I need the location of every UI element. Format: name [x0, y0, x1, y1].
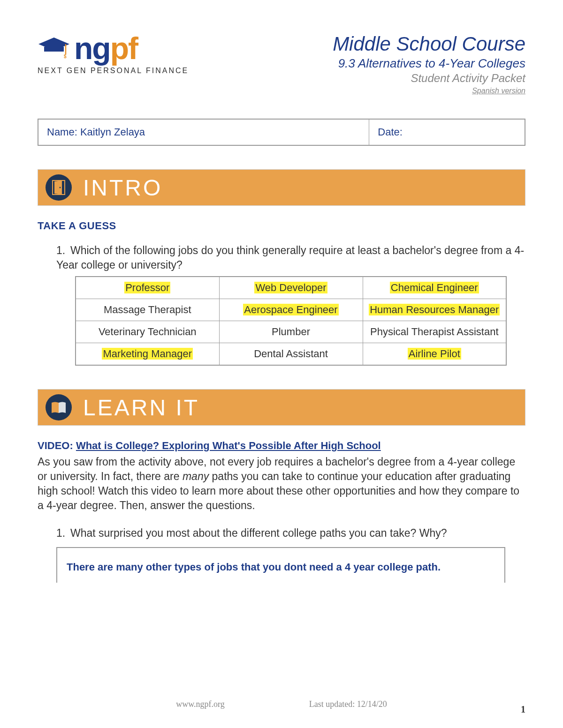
footer: www.ngpf.org Last updated: 12/14/20: [0, 699, 563, 709]
job-cell[interactable]: Massage Therapist: [76, 299, 219, 321]
video-link[interactable]: What is College? Exploring What's Possib…: [76, 440, 381, 451]
job-cell[interactable]: Human Resources Manager: [363, 299, 506, 321]
jobs-table: ProfessorWeb DeveloperChemical EngineerM…: [75, 276, 507, 366]
job-cell[interactable]: Web Developer: [219, 277, 363, 299]
svg-rect-1: [44, 47, 64, 52]
door-icon: [46, 174, 72, 201]
q-text: Which of the following jobs do you think…: [56, 244, 524, 271]
name-date-table: Name: Kaitlyn Zelaya Date:: [38, 119, 525, 146]
job-cell[interactable]: Veterinary Technician: [76, 321, 219, 343]
learn-it-title: LEARN IT: [83, 395, 199, 420]
q-text: What surprised you most about the differ…: [70, 527, 447, 539]
job-cell[interactable]: Physical Therapist Assistant: [363, 321, 506, 343]
q-number: 1.: [56, 243, 70, 258]
name-cell[interactable]: Name: Kaitlyn Zelaya: [38, 119, 369, 145]
document-header: $ ngpf NEXT GEN PERSONAL FINANCE Middle …: [38, 33, 525, 95]
svg-text:$: $: [64, 54, 67, 59]
job-cell[interactable]: Aerospace Engineer: [219, 299, 363, 321]
name-label: Name:: [47, 126, 80, 138]
name-value: Kaitlyn Zelaya: [80, 126, 145, 138]
learn-question-1: 1.What surprised you most about the diff…: [56, 526, 525, 540]
job-cell[interactable]: Professor: [76, 277, 219, 299]
intro-banner: INTRO: [38, 169, 525, 206]
take-a-guess-heading: TAKE A GUESS: [38, 220, 525, 232]
job-cell[interactable]: Dental Assistant: [219, 343, 363, 366]
svg-point-6: [60, 187, 61, 188]
title-block: Middle School Course 9.3 Alternatives to…: [333, 33, 525, 95]
course-title: Middle School Course: [333, 33, 525, 55]
date-cell[interactable]: Date:: [369, 119, 525, 145]
footer-updated: Last updated: 12/14/20: [309, 699, 387, 709]
page-number: 1: [521, 704, 525, 715]
course-topic: 9.3 Alternatives to 4-Year Colleges: [333, 56, 525, 71]
logo-tagline: NEXT GEN PERSONAL FINANCE: [38, 67, 189, 75]
learn-it-banner: LEARN IT: [38, 389, 525, 426]
job-cell[interactable]: Plumber: [219, 321, 363, 343]
packet-label: Student Activity Packet: [333, 72, 525, 85]
video-heading: VIDEO: What is College? Exploring What's…: [38, 440, 525, 452]
job-cell[interactable]: Airline Pilot: [363, 343, 506, 366]
intro-title: INTRO: [83, 175, 162, 201]
book-icon: [46, 394, 72, 420]
spanish-version-link[interactable]: Spanish version: [472, 87, 525, 95]
intro-question-1: 1.Which of the following jobs do you thi…: [56, 243, 525, 366]
video-label: VIDEO:: [38, 440, 76, 451]
svg-marker-5: [54, 180, 62, 195]
body-emphasis: many: [183, 470, 209, 482]
answer-text: There are many other types of jobs that …: [67, 561, 495, 573]
job-cell[interactable]: Chemical Engineer: [363, 277, 506, 299]
job-cell[interactable]: Marketing Manager: [76, 343, 219, 366]
logo-text: ngpf: [74, 33, 137, 64]
logo-block: $ ngpf NEXT GEN PERSONAL FINANCE: [38, 33, 189, 75]
footer-url: www.ngpf.org: [176, 699, 225, 709]
learn-body-text: As you saw from the activity above, not …: [38, 455, 525, 513]
q-number: 1.: [56, 526, 70, 540]
answer-box[interactable]: There are many other types of jobs that …: [56, 547, 505, 583]
grad-cap-icon: $: [38, 37, 70, 60]
